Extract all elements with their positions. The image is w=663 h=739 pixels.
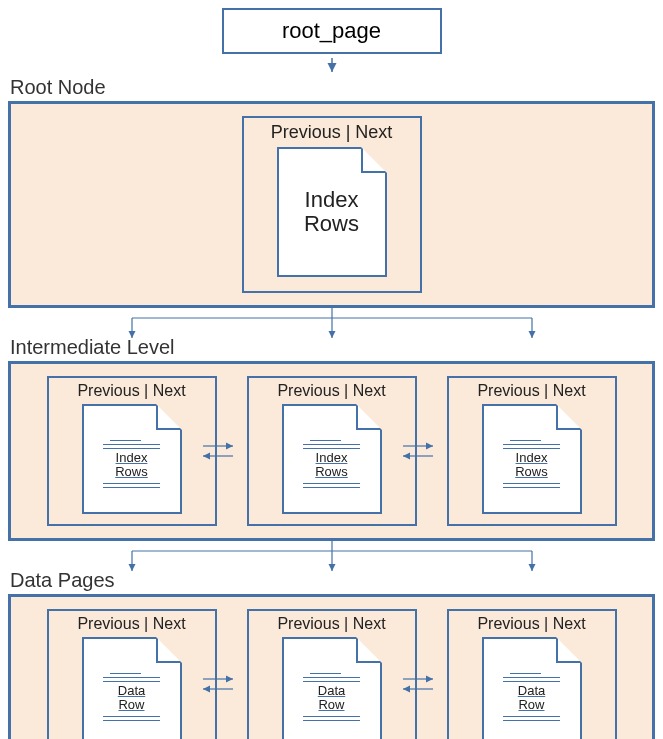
section-label-data: Data Pages: [10, 569, 655, 592]
prev-next-label: Previous | Next: [477, 615, 585, 633]
section-label-root: Root Node: [10, 76, 655, 99]
page-fold-icon: [361, 147, 387, 173]
level-root-container: Previous | Next Index Rows: [8, 101, 655, 308]
arrow-root-to-level0: [322, 58, 342, 76]
page-icon: Index Rows: [277, 147, 387, 277]
sibling-arrows-intermediate: [11, 436, 652, 466]
page-lines-icon: [303, 483, 361, 488]
page-fold-icon: [556, 404, 582, 430]
root-page-box: root_page: [222, 8, 442, 54]
prev-next-label: Previous | Next: [77, 615, 185, 633]
prev-next-label: Previous | Next: [477, 382, 585, 400]
page-lines-icon: [103, 716, 161, 721]
root-node-box: Previous | Next Index Rows: [242, 116, 422, 293]
sibling-arrows-data: [11, 669, 652, 699]
level-data-container: Previous | NextData RowPrevious | NextDa…: [8, 594, 655, 739]
page-fold-icon: [356, 637, 382, 663]
page-fold-icon: [556, 637, 582, 663]
page-text: Index Rows: [304, 188, 359, 236]
prev-next-label: Previous | Next: [271, 122, 393, 143]
page-fold-icon: [156, 404, 182, 430]
page-lines-icon: [303, 716, 361, 721]
page-lines-icon: [503, 716, 561, 721]
page-lines-icon: [103, 483, 161, 488]
root-page-label: root_page: [282, 18, 381, 43]
prev-next-label: Previous | Next: [77, 382, 185, 400]
page-lines-icon: [503, 483, 561, 488]
prev-next-label: Previous | Next: [277, 615, 385, 633]
level-intermediate-container: Previous | NextIndex RowsPrevious | Next…: [8, 361, 655, 541]
page-fold-icon: [356, 404, 382, 430]
section-label-intermediate: Intermediate Level: [10, 336, 655, 359]
page-fold-icon: [156, 637, 182, 663]
prev-next-label: Previous | Next: [277, 382, 385, 400]
